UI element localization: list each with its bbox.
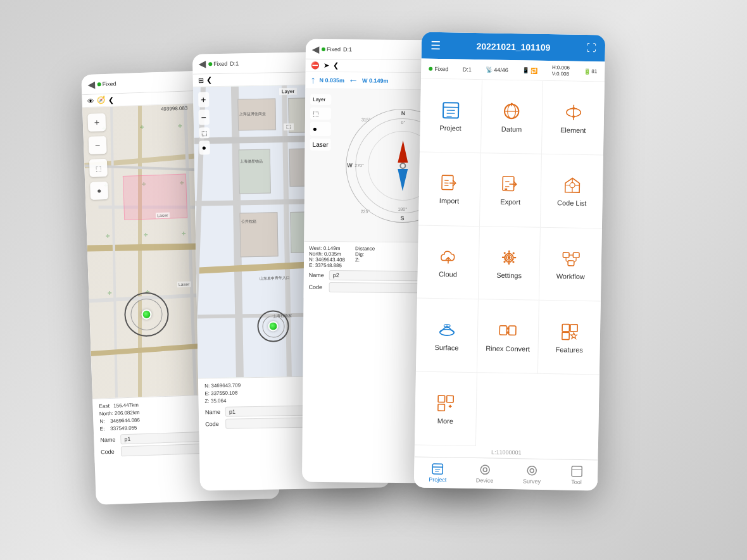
settings-icon bbox=[499, 247, 520, 268]
workflow-label: Workflow bbox=[556, 272, 585, 280]
nav-device[interactable]: Device bbox=[476, 463, 494, 483]
frame-1[interactable]: ⬚ bbox=[89, 159, 108, 177]
map-cross: ✛ bbox=[106, 233, 110, 239]
features-label: Features bbox=[555, 345, 583, 354]
menu-item-workflow[interactable]: Workflow bbox=[539, 227, 602, 301]
fixed-dot-1 bbox=[97, 82, 101, 85]
layers-icon-2[interactable]: ⊞ bbox=[198, 76, 204, 84]
menu-item-codelist[interactable]: Code List bbox=[541, 154, 603, 228]
back-button-1[interactable]: ◀ bbox=[87, 79, 95, 89]
map-tools-left-1: + − ⬚ ● bbox=[87, 113, 108, 200]
nav-icon-3[interactable]: ⛔ bbox=[311, 61, 320, 69]
element-icon bbox=[563, 102, 584, 123]
datum-label: Datum bbox=[501, 125, 522, 133]
expand-icon[interactable]: ⛶ bbox=[586, 42, 596, 54]
menu-item-rinex[interactable]: Rinex Convert bbox=[477, 299, 540, 373]
hamburger-icon[interactable]: ☰ bbox=[430, 38, 441, 52]
collapse-btn-2[interactable]: ❮ bbox=[206, 76, 212, 84]
d-val-2: D:1 bbox=[230, 59, 239, 66]
menu-item-export[interactable]: Export bbox=[480, 153, 543, 227]
svg-rect-58 bbox=[570, 324, 577, 331]
back-button-3[interactable]: ◀ bbox=[312, 44, 319, 54]
fixed-badge-3: Fixed D:1 bbox=[322, 46, 352, 52]
menu-item-surface[interactable]: Surface bbox=[416, 298, 479, 372]
svg-rect-37 bbox=[504, 251, 506, 254]
zoom-out-2[interactable]: − bbox=[199, 109, 210, 125]
menu-item-element[interactable]: Element bbox=[542, 81, 605, 155]
frame-tool-3[interactable]: ⬚ bbox=[310, 107, 331, 119]
menu-item-datum[interactable]: Datum bbox=[481, 80, 544, 154]
back-button-2[interactable]: ◀ bbox=[199, 58, 206, 68]
dot-2[interactable]: ● bbox=[199, 140, 210, 154]
e-val: 337549.055 bbox=[110, 425, 137, 431]
nav-project[interactable]: Project bbox=[429, 462, 447, 482]
map-cross: ✛ bbox=[178, 123, 182, 128]
arrow-icon-3[interactable]: ➤ bbox=[323, 61, 329, 70]
collapse-btn-1[interactable]: ❮ bbox=[108, 96, 113, 104]
import-icon bbox=[439, 173, 460, 194]
export-icon bbox=[500, 174, 521, 195]
menu-item-more[interactable]: More bbox=[415, 371, 477, 445]
svg-rect-41 bbox=[563, 252, 569, 257]
menu-item-project[interactable]: Project bbox=[420, 78, 482, 152]
frame-label: ⬚ bbox=[284, 123, 294, 130]
zoom-in-1[interactable]: + bbox=[87, 113, 106, 132]
svg-point-71 bbox=[483, 468, 487, 471]
map-bldg-label2: 上海健星物品 bbox=[240, 158, 263, 165]
frame-2[interactable]: ⬚ bbox=[199, 127, 210, 138]
menu-fixed-dot bbox=[429, 66, 432, 70]
fixed-badge-1: Fixed bbox=[97, 80, 116, 87]
survey-nav-label: Survey bbox=[523, 478, 541, 484]
west-arrow: ← bbox=[348, 75, 358, 86]
fixed-badge-2: Fixed D:1 bbox=[208, 59, 239, 66]
svg-point-52 bbox=[444, 324, 450, 327]
menu-item-features[interactable]: Features bbox=[538, 301, 601, 375]
menu-d-val: D:1 bbox=[463, 66, 472, 72]
surface-icon bbox=[437, 319, 458, 340]
settings-label: Settings bbox=[496, 271, 522, 279]
svg-line-51 bbox=[447, 325, 454, 332]
menu-item-settings[interactable]: Settings bbox=[479, 226, 541, 300]
screen-menu: ☰ 20221021_101109 ⛶ Fixed D:1 📡 44/46 📱 … bbox=[414, 32, 606, 490]
svg-rect-14 bbox=[442, 175, 453, 190]
compass-tool-1[interactable]: 🧭 bbox=[96, 96, 105, 104]
project-label: Project bbox=[439, 123, 461, 132]
laser-tool-3[interactable]: Laser bbox=[310, 138, 331, 150]
svg-rect-42 bbox=[573, 252, 579, 258]
collapse-btn-3[interactable]: ❮ bbox=[333, 61, 339, 70]
dot-tool-3[interactable]: ● bbox=[310, 121, 331, 135]
map-road-label: 山东单申青年入口 bbox=[260, 275, 290, 282]
device-nav-label: Device bbox=[476, 477, 494, 483]
menu-bat: 81 bbox=[591, 68, 597, 74]
map-park-label: 公共枕箱 bbox=[241, 219, 256, 225]
survey-nav-icon bbox=[525, 464, 538, 476]
fixed-label-1: Fixed bbox=[103, 80, 116, 87]
cloud-icon bbox=[438, 246, 459, 267]
code-label-3: Code bbox=[309, 283, 327, 290]
code-label-2: Code bbox=[205, 421, 223, 427]
svg-rect-38 bbox=[513, 252, 515, 254]
eye-icon-1[interactable]: 👁 bbox=[87, 97, 94, 104]
zoom-in-2[interactable]: + bbox=[198, 92, 209, 107]
map-cross: ✛ bbox=[182, 230, 186, 236]
svg-point-9 bbox=[511, 102, 513, 104]
svg-point-12 bbox=[572, 106, 575, 109]
svg-point-24 bbox=[570, 182, 575, 187]
dot-tool-1[interactable]: ● bbox=[90, 182, 108, 200]
code-label-1: Code bbox=[101, 448, 118, 455]
map-coord-label-1: 493998.083 bbox=[161, 105, 188, 111]
layer-tool-3[interactable]: Layer bbox=[310, 94, 331, 104]
map-tools-3: Layer ⬚ ● Laser bbox=[310, 94, 332, 150]
cloud-label: Cloud bbox=[439, 270, 457, 278]
svg-point-32 bbox=[508, 256, 511, 259]
menu-item-import[interactable]: Import bbox=[418, 152, 481, 226]
codelist-icon bbox=[562, 175, 582, 196]
menu-sat: 44/46 bbox=[494, 66, 508, 73]
menu-item-cloud[interactable]: Cloud bbox=[417, 225, 480, 299]
project-nav-label: Project bbox=[429, 476, 446, 482]
surface-label: Surface bbox=[434, 343, 458, 351]
map-cross: ✛ bbox=[140, 125, 144, 130]
nav-tool[interactable]: Tool bbox=[570, 464, 584, 485]
nav-survey[interactable]: Survey bbox=[523, 464, 541, 484]
zoom-out-1[interactable]: − bbox=[89, 136, 107, 154]
